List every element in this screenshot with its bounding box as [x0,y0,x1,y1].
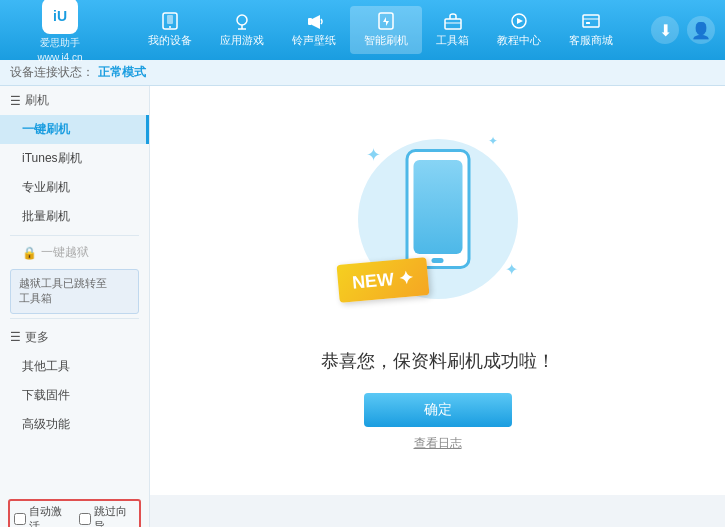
sidebar-item-itunes-flash[interactable]: iTunes刷机 [0,144,149,173]
phone-screen [413,160,462,254]
success-image: ✦ ✦ ✦ NEW ✦ [348,129,528,329]
svg-rect-12 [583,15,599,27]
success-text: 恭喜您，保资料刷机成功啦！ [321,349,555,373]
sidebar-item-batch-flash[interactable]: 批量刷机 [0,202,149,231]
sidebar-item-advanced[interactable]: 高级功能 [0,410,149,439]
confirm-button[interactable]: 确定 [364,393,512,427]
svg-rect-1 [167,15,173,24]
nav-my-device[interactable]: 我的设备 [134,6,206,54]
device-checkboxes: 自动激活 跳过向导 [8,499,141,527]
bottom-device-col: 自动激活 跳过向导 📱 iPhone 15 Pro Max 512GB iPho… [0,495,150,527]
account-btn[interactable]: 👤 [687,16,715,44]
nav-items: 我的设备 应用游戏 铃声壁纸 智能刷机 工具箱 [110,6,651,54]
bottom-layout: 自动激活 跳过向导 📱 iPhone 15 Pro Max 512GB iPho… [0,495,725,527]
status-mode: 正常模式 [98,64,146,81]
service-icon [580,12,602,30]
phone-body [405,149,470,269]
sidebar-item-pro-flash[interactable]: 专业刷机 [0,173,149,202]
more-section-icon: ☰ [10,330,21,344]
main-layout: ☰ 刷机 一键刷机 iTunes刷机 专业刷机 批量刷机 🔒 一键越狱 越狱工具… [0,86,725,495]
svg-marker-7 [312,15,320,29]
auto-activate-label[interactable]: 自动激活 [14,504,71,527]
tutorial-icon [508,12,530,30]
phone-home-btn [432,258,444,263]
sidebar-item-one-click-flash[interactable]: 一键刷机 [0,115,149,144]
header-right: ⬇ 👤 [651,16,715,44]
sidebar-section-more: ☰ 更多 [0,323,149,352]
logo-url: www.i4.cn [37,52,82,63]
logo-area: iU 爱思助手 www.i4.cn [10,0,110,63]
sidebar-item-other-tools[interactable]: 其他工具 [0,352,149,381]
status-bar: 设备连接状态： 正常模式 [0,60,725,86]
toolbox-icon [442,12,464,30]
sparkle-2: ✦ [488,134,498,148]
log-link[interactable]: 查看日志 [414,435,462,452]
svg-point-2 [169,26,171,28]
app-icon [231,12,253,30]
ringtone-icon [303,12,325,30]
flash-section-icon: ☰ [10,94,21,108]
nav-ringtone[interactable]: 铃声壁纸 [278,6,350,54]
new-badge: NEW ✦ [336,257,429,303]
device-icon [159,12,181,30]
logo-name: 爱思助手 [40,36,80,50]
content-area: ✦ ✦ ✦ NEW ✦ 恭喜您，保资料刷机成功啦！ 确定 查看日志 [150,86,725,495]
sidebar-item-download-firmware[interactable]: 下载固件 [0,381,149,410]
svg-rect-6 [308,18,312,25]
svg-rect-9 [445,19,461,29]
nav-app-games[interactable]: 应用游戏 [206,6,278,54]
nav-toolbox[interactable]: 工具箱 [422,6,483,54]
lock-icon: 🔒 [22,246,37,260]
status-label: 设备连接状态： [10,64,94,81]
sidebar-notice: 越狱工具已跳转至 工具箱 [10,269,139,314]
nav-smart-flash[interactable]: 智能刷机 [350,6,422,54]
auto-activate-checkbox[interactable] [14,513,26,525]
svg-rect-14 [586,22,590,24]
download-btn[interactable]: ⬇ [651,16,679,44]
sidebar-divider-1 [10,235,139,236]
header: iU 爱思助手 www.i4.cn 我的设备 应用游戏 铃声壁纸 [0,0,725,60]
flash-icon [375,12,397,30]
sidebar-section-flash: ☰ 刷机 [0,86,149,115]
nav-service[interactable]: 客服商城 [555,6,627,54]
sidebar-divider-2 [10,318,139,319]
bottom-status-col: V7.98.66 客服 微信公众号 检查更新 [150,495,725,527]
sidebar-item-jailbreak: 🔒 一键越狱 [0,240,149,265]
skip-guide-checkbox[interactable] [79,513,91,525]
sparkle-1: ✦ [366,144,381,166]
svg-point-3 [237,15,247,25]
sparkle-3: ✦ [505,260,518,279]
device-options-area: 自动激活 跳过向导 📱 iPhone 15 Pro Max 512GB iPho… [0,495,149,527]
sidebar: ☰ 刷机 一键刷机 iTunes刷机 专业刷机 批量刷机 🔒 一键越狱 越狱工具… [0,86,150,495]
nav-tutorial[interactable]: 教程中心 [483,6,555,54]
skip-guide-label[interactable]: 跳过向导 [79,504,136,527]
logo-icon: iU [42,0,78,34]
